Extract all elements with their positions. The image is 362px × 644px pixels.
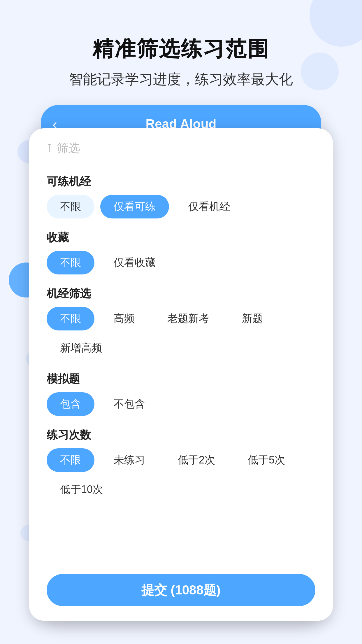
submit-button[interactable]: 提交 (1088题) [47,574,315,606]
option-buxian-jijing[interactable]: 不限 [47,307,94,330]
option-baohang-moni[interactable]: 包含 [47,392,94,416]
phone-wrapper: ‹ Read Aloud RA 已选题目 0 1. Book ch #213 2… [29,105,333,621]
filter-section-kejian: 可练机经 不限 仅看可练 仅看机经 [47,174,315,218]
filter-icon: ⊺ [47,142,52,154]
filter-header-title: 筛选 [57,140,80,156]
option-gaopin[interactable]: 高频 [100,307,148,330]
section-title-kejian: 可练机经 [47,174,315,189]
filter-content: 可练机经 不限 仅看可练 仅看机经 收藏 不限 仅看收藏 机经筛选 不 [29,165,333,565]
section-title-cishu: 练习次数 [47,428,315,442]
filter-modal: ⊺ 筛选 可练机经 不限 仅看可练 仅看机经 收藏 不限 仅看收藏 [29,128,333,621]
section-title-shoucang: 收藏 [47,230,315,245]
option-buxian-kejian[interactable]: 不限 [47,195,94,218]
filter-options-shoucang: 不限 仅看收藏 [47,251,315,274]
page-title: 精准筛选练习范围 [0,35,362,63]
option-diyue5[interactable]: 低于5次 [234,448,298,472]
filter-section-moni: 模拟题 包含 不包含 [47,372,315,416]
section-title-jijing: 机经筛选 [47,286,315,301]
option-weilian[interactable]: 未练习 [100,448,159,472]
option-buxian-cishu[interactable]: 不限 [47,448,94,472]
option-jikan-kejian[interactable]: 仅看可练 [100,195,169,218]
page-subtitle: 智能记录学习进度，练习效率最大化 [0,70,362,89]
option-jikan-shoucang[interactable]: 仅看收藏 [100,251,169,274]
option-laoti[interactable]: 老题新考 [154,307,223,330]
filter-options-kejian: 不限 仅看可练 仅看机经 [47,195,315,218]
section-title-moni: 模拟题 [47,372,315,386]
option-bubaohang-moni[interactable]: 不包含 [100,392,159,416]
filter-header: ⊺ 筛选 [29,128,333,165]
filter-section-cishu: 练习次数 不限 未练习 低于2次 低于5次 低于10次 [47,428,315,501]
filter-options-cishu: 不限 未练习 低于2次 低于5次 低于10次 [47,448,315,501]
submit-area: 提交 (1088题) [29,565,333,621]
option-buxian-shoucang[interactable]: 不限 [47,251,94,274]
option-xinzeng-gaopin[interactable]: 新增高频 [47,336,115,360]
filter-section-jijing: 机经筛选 不限 高频 老题新考 新题 新增高频 [47,286,315,360]
filter-section-shoucang: 收藏 不限 仅看收藏 [47,230,315,274]
option-xinti[interactable]: 新题 [229,307,276,330]
filter-options-jijing: 不限 高频 老题新考 新题 新增高频 [47,307,315,360]
option-diyue2[interactable]: 低于2次 [164,448,229,472]
filter-options-moni: 包含 不包含 [47,392,315,416]
option-jikan-jijing[interactable]: 仅看机经 [175,195,244,218]
option-diyue10[interactable]: 低于10次 [47,478,117,501]
